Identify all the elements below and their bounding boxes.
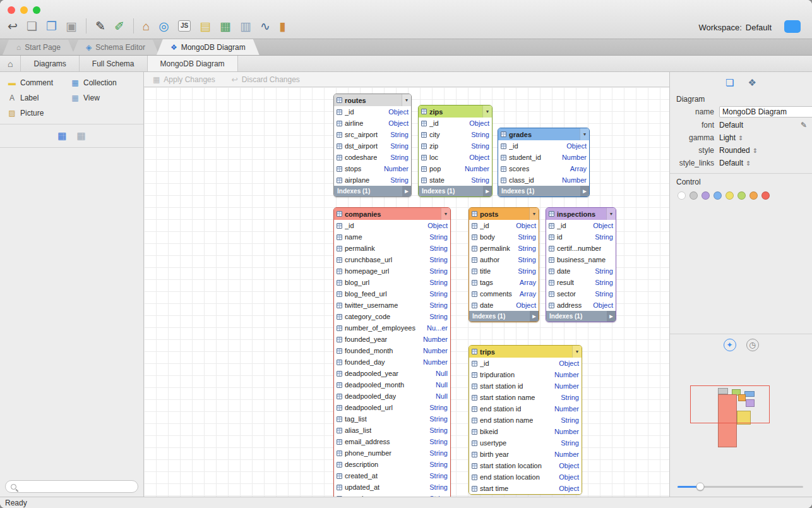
style-links-select[interactable]: Default <box>719 159 743 167</box>
minimap-viewport[interactable] <box>690 385 770 423</box>
minimize-window-button[interactable] <box>20 6 28 14</box>
field-row[interactable]: tagsArray <box>469 277 539 288</box>
nav-item-full-schema[interactable]: Full Schema <box>80 56 148 71</box>
indexes-footer[interactable]: Indexes (1)▶ <box>546 311 616 322</box>
field-row[interactable]: stopsNumber <box>334 163 411 174</box>
new-document-icon[interactable]: ❏ <box>27 20 37 32</box>
field-row[interactable]: deadpooled_urlString <box>334 402 450 413</box>
field-row[interactable]: founded_monthNumber <box>334 345 450 356</box>
collection-companies[interactable]: companies▼_idObjectnameStringpermalinkSt… <box>333 207 451 497</box>
field-row[interactable]: authorString <box>469 254 539 265</box>
expand-arrow-icon[interactable]: ▶ <box>483 186 492 197</box>
color-swatch-7[interactable] <box>761 191 770 200</box>
orgchart-icon[interactable]: ▦ <box>220 20 231 32</box>
font-value[interactable]: Default <box>719 121 743 130</box>
color-swatch-0[interactable] <box>678 191 686 200</box>
field-row[interactable]: start station nameString <box>469 392 582 403</box>
field-row[interactable]: email_addressString <box>334 436 450 447</box>
collection-inspections[interactable]: inspections▼_idObjectidStringcertif...nu… <box>546 207 616 322</box>
field-row[interactable]: alias_listString <box>334 425 450 436</box>
field-row[interactable]: airlineObject <box>334 118 411 129</box>
field-row[interactable]: end station nameString <box>469 414 582 426</box>
field-row[interactable]: _idObject <box>334 106 411 118</box>
collapse-caret-icon[interactable]: ▼ <box>529 208 539 220</box>
palette-item-label[interactable]: ALabel <box>8 94 68 102</box>
tab-start-page[interactable]: ⌂ Start Page <box>3 40 75 55</box>
color-swatch-5[interactable] <box>737 191 746 200</box>
save-icon[interactable]: ▣ <box>66 20 77 32</box>
field-row[interactable]: descriptionString <box>334 459 450 470</box>
palette-item-view[interactable]: ▦View <box>71 94 137 102</box>
field-row[interactable]: end station idNumber <box>469 403 582 414</box>
collection-header[interactable]: grades▼ <box>498 128 589 140</box>
field-row[interactable]: bikeidNumber <box>469 426 582 437</box>
style-select[interactable]: Rounded <box>719 146 750 155</box>
expand-arrow-icon[interactable]: ▶ <box>402 186 411 197</box>
field-row[interactable]: end station locationObject <box>469 471 582 483</box>
field-row[interactable]: founded_yearNumber <box>334 334 450 345</box>
field-row[interactable]: zipString <box>419 140 492 152</box>
color-swatch-6[interactable] <box>749 191 758 200</box>
field-row[interactable]: codeshareString <box>334 152 411 163</box>
expand-arrow-icon[interactable]: ▶ <box>607 311 616 322</box>
field-row[interactable]: founded_dayNumber <box>334 356 450 368</box>
field-row[interactable]: src_airportString <box>334 129 411 140</box>
collapse-caret-icon[interactable]: ▼ <box>402 94 411 106</box>
grid-view-inactive-icon[interactable]: ▦ <box>77 130 86 142</box>
field-row[interactable]: nameString <box>334 231 450 243</box>
field-row[interactable]: usertypeString <box>469 437 582 449</box>
field-row[interactable]: crunchbase_urlString <box>334 254 450 265</box>
collection-posts[interactable]: posts▼_idObjectbodyStringpermalinkString… <box>469 207 539 322</box>
zoom-slider[interactable] <box>678 481 803 492</box>
palette-item-picture[interactable]: ▨Picture <box>8 109 68 118</box>
collapse-caret-icon[interactable]: ▼ <box>441 208 450 220</box>
edit-font-icon[interactable]: ✎ <box>801 121 807 130</box>
collection-zips[interactable]: zips▼_idObjectcityStringzipStringlocObje… <box>418 105 493 197</box>
zoom-window-button[interactable] <box>33 6 40 14</box>
field-row[interactable]: dateObject <box>469 299 539 311</box>
field-row[interactable]: class_idNumber <box>498 174 589 186</box>
field-row[interactable]: sectorString <box>546 288 616 299</box>
field-row[interactable]: deadpooled_yearNull <box>334 368 450 379</box>
palette-item-comment[interactable]: ▬Comment <box>8 78 68 87</box>
apply-changes-button[interactable]: ▦ Apply Changes <box>153 75 215 84</box>
color-swatch-2[interactable] <box>702 191 710 200</box>
collection-header[interactable]: zips▼ <box>419 106 492 118</box>
document-icon[interactable]: ❏ <box>725 77 734 88</box>
field-row[interactable]: bodyString <box>469 231 539 243</box>
field-row[interactable]: _idObject <box>546 220 616 231</box>
web-search-icon[interactable]: ◎ <box>158 20 169 32</box>
compass-icon[interactable]: ✦ <box>724 339 736 351</box>
collection-routes[interactable]: routes▼_idObjectairlineObjectsrc_airport… <box>333 94 412 197</box>
book-icon[interactable]: ▮ <box>279 20 285 32</box>
collection-header[interactable]: companies▼ <box>334 208 450 220</box>
field-row[interactable]: deadpooled_monthNull <box>334 379 450 390</box>
color-swatch-1[interactable] <box>690 191 698 200</box>
pen-icon[interactable]: ✎ <box>95 20 105 32</box>
undo-icon[interactable]: ↩ <box>8 20 18 32</box>
panels-icon[interactable]: ▥ <box>240 20 251 32</box>
minimap[interactable] <box>670 350 812 486</box>
nav-item-mongodb-diagram[interactable]: MongoDB Diagram <box>148 56 238 71</box>
clock-icon[interactable]: ◷ <box>746 339 759 351</box>
field-row[interactable]: cityString <box>419 129 492 140</box>
field-row[interactable]: locObject <box>419 152 492 163</box>
collection-header[interactable]: trips▼ <box>469 346 582 358</box>
field-row[interactable]: _idObject <box>469 358 582 369</box>
field-row[interactable]: start timeObject <box>469 483 582 494</box>
diagram-name-input[interactable] <box>719 106 812 118</box>
notes-icon[interactable]: ▤ <box>200 20 211 32</box>
sidebar-search-input[interactable] <box>5 480 138 493</box>
close-window-button[interactable] <box>8 6 15 14</box>
collection-header[interactable]: posts▼ <box>469 208 539 220</box>
field-row[interactable]: titleString <box>469 265 539 277</box>
grid-view-active-icon[interactable]: ▦ <box>57 130 66 142</box>
expand-arrow-icon[interactable]: ▶ <box>580 186 589 197</box>
collection-grades[interactable]: grades▼_idObjectstudent_idNumberscoresAr… <box>498 128 590 197</box>
field-row[interactable]: certif...number <box>546 243 616 254</box>
tab-mongodb-diagram[interactable]: ❖ MongoDB Diagram <box>157 39 260 55</box>
field-row[interactable]: homepage_urlString <box>334 265 450 277</box>
field-row[interactable]: resultString <box>546 277 616 288</box>
field-row[interactable]: birth yearNumber <box>469 449 582 460</box>
color-swatch-4[interactable] <box>725 191 734 200</box>
